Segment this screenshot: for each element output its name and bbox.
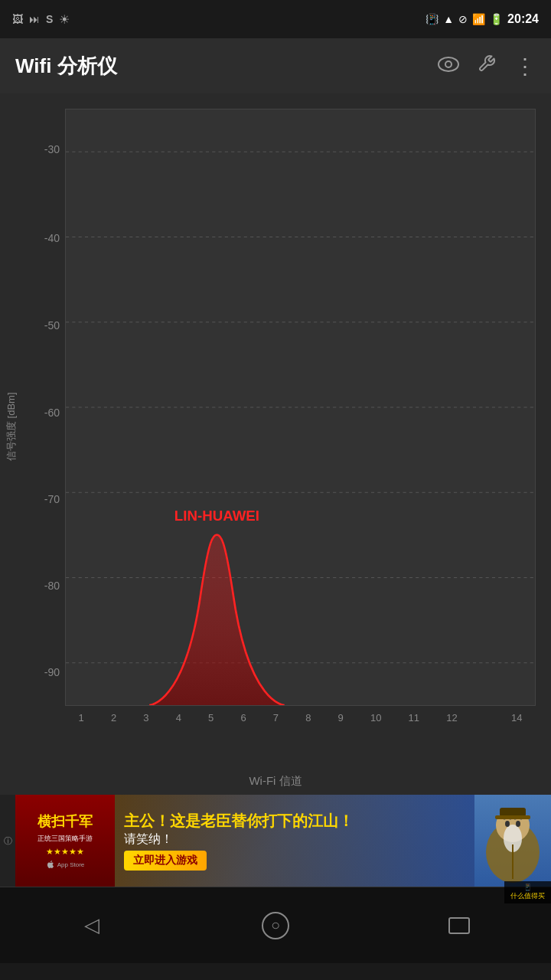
watermark-text: 什么值得买 [510, 891, 545, 901]
brightness-icon: ☀ [59, 12, 70, 27]
vibrate-icon: 📳 [425, 13, 439, 25]
y-axis-label: 信号强度 [dBm] [5, 400, 18, 461]
photo-icon: 🖼 [12, 13, 23, 25]
ad-sub-text: 请笑纳！ [124, 831, 465, 848]
x-tick-7: 7 [273, 712, 279, 724]
toolbar: Wifi 分析仪 ⋮ [0, 38, 551, 93]
chart-svg: LIN-HUAWEI [66, 109, 535, 705]
ad-game-subtitle: 正统三国策略手游 [37, 834, 93, 844]
svg-point-14 [516, 821, 520, 827]
ad-info-icon[interactable]: ⓘ [0, 795, 15, 887]
x-tick-6: 6 [240, 712, 246, 724]
svg-rect-16 [495, 815, 530, 819]
x-tick-11: 11 [409, 712, 419, 724]
svg-point-0 [439, 57, 458, 71]
blocked-icon: ⊘ [458, 13, 468, 25]
x-tick-5: 5 [208, 712, 214, 724]
toolbar-actions: ⋮ [438, 54, 536, 79]
svg-point-13 [505, 821, 510, 827]
y-tick-80: -80 [23, 580, 60, 592]
x-tick-3: 3 [143, 712, 148, 724]
ad-character [474, 795, 551, 887]
back-icon: ◁ [84, 913, 99, 937]
status-time: 20:24 [507, 12, 539, 26]
x-tick-12: 12 [446, 712, 457, 724]
svg-text:LIN-HUAWEI: LIN-HUAWEI [174, 508, 259, 523]
chart-container: 信号强度 [dBm] [0, 93, 551, 767]
y-axis-label-container: 信号强度 [dBm] [0, 93, 23, 767]
nav-bar: ◁ ○ 📱 什么值得买 [0, 887, 551, 963]
x-tick-2: 2 [111, 712, 116, 724]
x-tick-9: 9 [338, 712, 344, 724]
ad-main-text: 主公！这是老臣替你打下的江山！ [124, 811, 465, 831]
x-tick-1: 1 [79, 712, 84, 724]
y-tick-90: -90 [23, 666, 60, 678]
status-bar: 🖼 ⏭ S ☀ 📳 ▲ ⊘ 📶 🔋 20:24 [0, 0, 551, 38]
x-axis-title-row: Wi-Fi 信道 [0, 767, 551, 795]
battery-icon: 🔋 [490, 13, 503, 25]
chart-plot: LIN-HUAWEI -30 -40 -50 -60 -70 -80 -90 1… [23, 101, 543, 729]
signal-icon: 📶 [472, 13, 485, 25]
recent-button[interactable] [429, 903, 490, 949]
status-right-icons: 📳 ▲ ⊘ 📶 🔋 20:24 [425, 12, 539, 26]
x-axis-container: 1 2 3 4 5 6 7 8 9 10 11 12 14 [65, 706, 536, 729]
ad-cta-button[interactable]: 立即进入游戏 [124, 851, 207, 871]
ad-game-title: 横扫千军 [37, 812, 93, 831]
app-title: Wifi 分析仪 [15, 53, 438, 80]
x-tick-4: 4 [176, 712, 181, 724]
fast-forward-icon: ⏭ [29, 13, 40, 25]
ad-content: 主公！这是老臣替你打下的江山！ 请笑纳！ 立即进入游戏 [115, 795, 474, 887]
more-icon[interactable]: ⋮ [514, 54, 536, 79]
y-tick-50: -50 [23, 319, 60, 332]
home-icon: ○ [262, 912, 289, 939]
ad-appstore: App Store [46, 860, 85, 869]
y-tick-30: -30 [23, 143, 60, 155]
eye-icon[interactable] [438, 55, 459, 77]
s-icon: S [46, 13, 53, 25]
y-tick-70: -70 [23, 493, 60, 505]
y-tick-40: -40 [23, 232, 60, 244]
x-axis-title: Wi-Fi 信道 [249, 774, 302, 789]
back-button[interactable]: ◁ [61, 903, 122, 949]
wifi-icon: ▲ [443, 13, 454, 25]
watermark-icon: 📱 [523, 884, 532, 891]
appstore-label: App Store [57, 861, 85, 868]
ad-banner[interactable]: ⓘ 横扫千军 正统三国策略手游 ★★★★★ App Store 主公！这是老臣替… [0, 795, 551, 887]
ad-stars: ★★★★★ [46, 847, 84, 857]
wrench-icon[interactable] [478, 54, 496, 77]
x-tick-14: 14 [511, 712, 522, 724]
x-tick-10: 10 [370, 712, 381, 724]
status-left-icons: 🖼 ⏭ S ☀ [12, 12, 70, 27]
recent-icon [448, 917, 470, 934]
ad-game-logo: 横扫千军 正统三国策略手游 ★★★★★ App Store [15, 795, 115, 887]
home-button[interactable]: ○ [245, 903, 306, 949]
x-tick-8: 8 [305, 712, 311, 724]
y-tick-60: -60 [23, 407, 60, 419]
chart-box: LIN-HUAWEI [65, 109, 536, 706]
chart-inner: LIN-HUAWEI -30 -40 -50 -60 -70 -80 -90 1… [23, 93, 551, 767]
watermark: 📱 什么值得买 [504, 881, 551, 903]
svg-point-1 [445, 61, 452, 67]
